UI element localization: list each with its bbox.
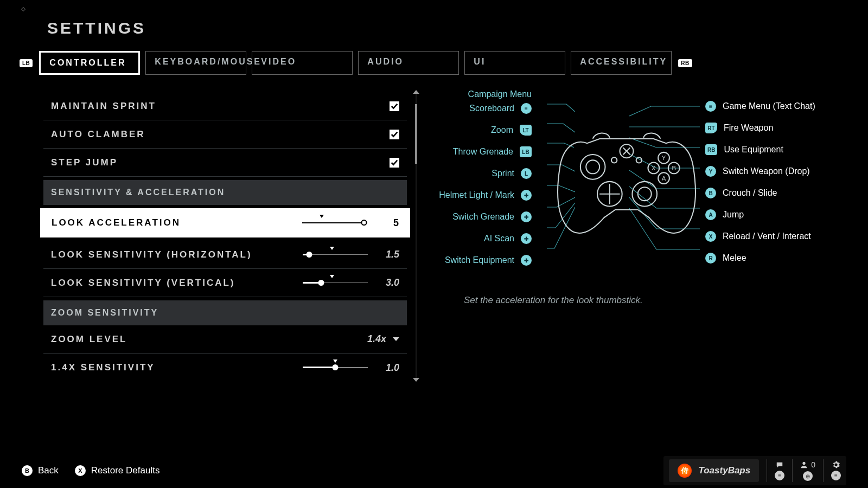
party-count: 0	[811, 460, 815, 469]
slider[interactable]	[303, 249, 368, 260]
map-item: Helmet Light / Mark✚	[434, 190, 532, 201]
slider[interactable]	[303, 362, 368, 373]
settings-button[interactable]: ≡	[831, 461, 841, 480]
chevron-down-icon	[393, 337, 399, 341]
slider-value: 1.0	[378, 362, 399, 374]
section-label: SENSITIVITY & ACCELERATION	[51, 188, 225, 197]
setting-label: LOOK SENSITIVITY (HORIZONTAL)	[51, 249, 252, 260]
setting-label: STEP JUMP	[51, 157, 118, 168]
map-item: Scoreboard≡	[434, 103, 532, 114]
controller-map-right: ≡Game Menu (Text Chat) RTFire Weapon RBU…	[705, 101, 835, 264]
x-key-icon: X	[75, 465, 86, 476]
slider-value: 1.5	[378, 249, 399, 260]
restore-label: Restore Defaults	[91, 465, 160, 476]
b-button-icon: B	[705, 188, 716, 198]
map-item: RMelee	[705, 253, 835, 264]
svg-text:Y: Y	[662, 155, 666, 161]
map-item: ZoomLT	[434, 125, 532, 136]
map-item: RTFire Weapon	[705, 123, 835, 133]
lb-bumper-hint: LB	[20, 59, 33, 67]
setting-zoom-sens[interactable]: 1.4X SENSITIVITY 1.0	[43, 354, 407, 382]
settings-sub-icon: ≡	[831, 471, 841, 480]
dpad-down-icon: ✚	[521, 233, 532, 244]
chat-button[interactable]: ≡	[775, 461, 784, 480]
party-button[interactable]: 0 ⊕	[800, 460, 815, 481]
people-icon	[800, 461, 808, 468]
rt-button-icon: RT	[705, 123, 717, 133]
tab-bar: LB CONTROLLER KEYBOARD/MOUSE VIDEO AUDIO…	[20, 51, 692, 75]
setting-look-sens-h[interactable]: LOOK SENSITIVITY (HORIZONTAL) 1.5	[43, 241, 407, 269]
menu-button-icon: ≡	[705, 101, 716, 112]
setting-label: MAINTAIN SPRINT	[51, 101, 156, 112]
svg-point-4	[586, 160, 599, 174]
setting-label: LOOK ACCELERATION	[52, 217, 181, 228]
controller-map-left: Campaign Menu Scoreboard≡ ZoomLT Throw G…	[434, 89, 532, 266]
gear-icon	[832, 461, 840, 468]
party-sub-icon: ⊕	[803, 471, 813, 481]
tab-video[interactable]: VIDEO	[252, 51, 353, 75]
svg-point-1	[611, 157, 617, 163]
footer: B Back X Restore Defaults 侍 ToastyBaps ≡…	[0, 453, 868, 488]
scroll-thumb[interactable]	[415, 104, 417, 164]
map-item: Throw GrenadeLB	[434, 146, 532, 157]
scroll-up-icon[interactable]	[413, 90, 419, 94]
checkbox-icon[interactable]	[390, 101, 399, 111]
setting-label: LOOK SENSITIVITY (VERTICAL)	[51, 278, 235, 288]
setting-maintain-sprint[interactable]: MAINTAIN SPRINT	[43, 92, 407, 120]
section-label: ZOOM SENSITIVITY	[51, 308, 158, 318]
controller-icon: Y B X A	[553, 127, 700, 241]
map-item: RBUse Equipment	[705, 144, 835, 155]
restore-defaults-button[interactable]: X Restore Defaults	[75, 465, 160, 476]
tab-controller[interactable]: CONTROLLER	[39, 51, 140, 75]
setting-zoom-level[interactable]: ZOOM LEVEL 1.4x	[43, 325, 407, 354]
map-item: BCrouch / Slide	[705, 188, 835, 198]
lstick-button-icon: L	[521, 168, 532, 179]
map-item: AI Scan✚	[434, 233, 532, 244]
back-button[interactable]: B Back	[22, 465, 59, 476]
map-item: YSwitch Weapon (Drop)	[705, 166, 835, 177]
map-item: Switch Equipment✚	[434, 255, 532, 266]
rstick-button-icon: R	[705, 253, 716, 264]
svg-point-3	[580, 155, 605, 179]
setting-description: Set the acceleration for the look thumbs…	[464, 295, 643, 306]
setting-look-sens-v[interactable]: LOOK SENSITIVITY (VERTICAL) 3.0	[43, 269, 407, 297]
view-button-icon: ≡	[521, 103, 532, 114]
svg-text:A: A	[662, 175, 666, 182]
map-item: AJump	[705, 209, 835, 220]
checkbox-icon[interactable]	[390, 158, 399, 168]
svg-text:X: X	[652, 165, 656, 171]
setting-step-jump[interactable]: STEP JUMP	[43, 149, 407, 177]
checkbox-icon[interactable]	[390, 130, 399, 139]
page-title: SETTINGS	[47, 19, 146, 37]
svg-point-2	[636, 157, 642, 163]
settings-list: MAINTAIN SPRINT AUTO CLAMBER STEP JUMP S…	[43, 92, 407, 382]
tab-audio[interactable]: AUDIO	[358, 51, 459, 75]
slider[interactable]	[303, 278, 368, 288]
dpad-up-icon: ✚	[521, 190, 532, 201]
section-zoom: ZOOM SENSITIVITY	[43, 300, 407, 325]
dpad-left-icon: ✚	[521, 211, 532, 222]
slider[interactable]	[302, 217, 367, 228]
tab-accessibility[interactable]: ACCESSIBILITY	[571, 51, 672, 75]
setting-label: 1.4X SENSITIVITY	[51, 362, 155, 373]
scroll-down-icon[interactable]	[413, 378, 419, 382]
tab-keyboard-mouse[interactable]: KEYBOARD/MOUSE	[145, 51, 246, 75]
tab-ui[interactable]: UI	[464, 51, 565, 75]
setting-auto-clamber[interactable]: AUTO CLAMBER	[43, 120, 407, 149]
map-item: XReload / Vent / Interact	[705, 231, 835, 242]
rb-button-icon: RB	[705, 144, 717, 155]
map-item: Campaign Menu	[434, 89, 532, 100]
username: ToastyBaps	[698, 465, 750, 476]
svg-point-7	[638, 187, 652, 201]
lb-button-icon: LB	[520, 146, 532, 157]
chat-sub-icon: ≡	[775, 471, 784, 480]
back-label: Back	[38, 465, 59, 476]
y-button-icon: Y	[705, 166, 716, 177]
dropdown[interactable]: 1.4x	[367, 333, 399, 345]
dpad-right-icon: ✚	[521, 255, 532, 266]
setting-look-acceleration[interactable]: LOOK ACCELERATION 5	[40, 208, 410, 237]
scrollbar[interactable]	[416, 92, 417, 380]
user-chip[interactable]: 侍 ToastyBaps	[669, 459, 759, 482]
chat-icon	[776, 461, 783, 468]
a-button-icon: A	[705, 209, 716, 220]
